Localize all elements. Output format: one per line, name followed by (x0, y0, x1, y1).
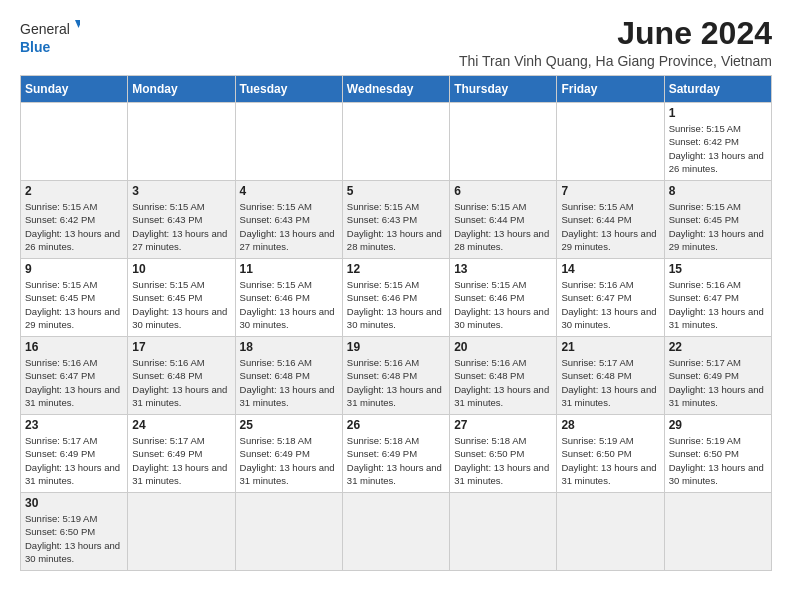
day-info: Sunrise: 5:18 AM Sunset: 6:49 PM Dayligh… (240, 434, 338, 487)
calendar-cell: 26Sunrise: 5:18 AM Sunset: 6:49 PM Dayli… (342, 415, 449, 493)
day-number: 9 (25, 262, 123, 276)
day-number: 2 (25, 184, 123, 198)
calendar-cell: 19Sunrise: 5:16 AM Sunset: 6:48 PM Dayli… (342, 337, 449, 415)
day-info: Sunrise: 5:17 AM Sunset: 6:49 PM Dayligh… (132, 434, 230, 487)
day-number: 29 (669, 418, 767, 432)
calendar-cell (342, 493, 449, 571)
calendar-cell (21, 103, 128, 181)
day-info: Sunrise: 5:15 AM Sunset: 6:43 PM Dayligh… (347, 200, 445, 253)
day-number: 3 (132, 184, 230, 198)
day-info: Sunrise: 5:15 AM Sunset: 6:46 PM Dayligh… (347, 278, 445, 331)
day-info: Sunrise: 5:19 AM Sunset: 6:50 PM Dayligh… (561, 434, 659, 487)
weekday-header-friday: Friday (557, 76, 664, 103)
calendar-cell: 3Sunrise: 5:15 AM Sunset: 6:43 PM Daylig… (128, 181, 235, 259)
day-number: 4 (240, 184, 338, 198)
day-info: Sunrise: 5:15 AM Sunset: 6:43 PM Dayligh… (132, 200, 230, 253)
calendar-table: SundayMondayTuesdayWednesdayThursdayFrid… (20, 75, 772, 571)
calendar-cell: 21Sunrise: 5:17 AM Sunset: 6:48 PM Dayli… (557, 337, 664, 415)
calendar-cell: 30Sunrise: 5:19 AM Sunset: 6:50 PM Dayli… (21, 493, 128, 571)
calendar-cell: 10Sunrise: 5:15 AM Sunset: 6:45 PM Dayli… (128, 259, 235, 337)
day-info: Sunrise: 5:15 AM Sunset: 6:45 PM Dayligh… (132, 278, 230, 331)
day-number: 11 (240, 262, 338, 276)
page-header: General Blue June 2024 Thi Tran Vinh Qua… (20, 16, 772, 69)
day-number: 21 (561, 340, 659, 354)
svg-text:General: General (20, 21, 70, 37)
svg-text:Blue: Blue (20, 39, 51, 55)
day-info: Sunrise: 5:19 AM Sunset: 6:50 PM Dayligh… (669, 434, 767, 487)
day-number: 20 (454, 340, 552, 354)
day-number: 22 (669, 340, 767, 354)
week-row-3: 9Sunrise: 5:15 AM Sunset: 6:45 PM Daylig… (21, 259, 772, 337)
day-info: Sunrise: 5:15 AM Sunset: 6:45 PM Dayligh… (669, 200, 767, 253)
week-row-6: 30Sunrise: 5:19 AM Sunset: 6:50 PM Dayli… (21, 493, 772, 571)
logo: General Blue (20, 16, 80, 58)
calendar-cell (128, 493, 235, 571)
day-number: 13 (454, 262, 552, 276)
day-number: 25 (240, 418, 338, 432)
location-subtitle: Thi Tran Vinh Quang, Ha Giang Province, … (459, 53, 772, 69)
day-number: 6 (454, 184, 552, 198)
svg-marker-2 (75, 20, 80, 28)
week-row-5: 23Sunrise: 5:17 AM Sunset: 6:49 PM Dayli… (21, 415, 772, 493)
day-info: Sunrise: 5:15 AM Sunset: 6:44 PM Dayligh… (454, 200, 552, 253)
day-number: 26 (347, 418, 445, 432)
calendar-cell: 12Sunrise: 5:15 AM Sunset: 6:46 PM Dayli… (342, 259, 449, 337)
day-info: Sunrise: 5:17 AM Sunset: 6:49 PM Dayligh… (25, 434, 123, 487)
calendar-cell: 6Sunrise: 5:15 AM Sunset: 6:44 PM Daylig… (450, 181, 557, 259)
day-info: Sunrise: 5:15 AM Sunset: 6:42 PM Dayligh… (669, 122, 767, 175)
day-number: 8 (669, 184, 767, 198)
calendar-cell (664, 493, 771, 571)
calendar-cell: 7Sunrise: 5:15 AM Sunset: 6:44 PM Daylig… (557, 181, 664, 259)
day-info: Sunrise: 5:16 AM Sunset: 6:48 PM Dayligh… (132, 356, 230, 409)
day-info: Sunrise: 5:18 AM Sunset: 6:50 PM Dayligh… (454, 434, 552, 487)
day-info: Sunrise: 5:16 AM Sunset: 6:47 PM Dayligh… (561, 278, 659, 331)
weekday-header-wednesday: Wednesday (342, 76, 449, 103)
month-year-title: June 2024 (459, 16, 772, 51)
calendar-cell: 20Sunrise: 5:16 AM Sunset: 6:48 PM Dayli… (450, 337, 557, 415)
title-area: June 2024 Thi Tran Vinh Quang, Ha Giang … (459, 16, 772, 69)
calendar-cell: 27Sunrise: 5:18 AM Sunset: 6:50 PM Dayli… (450, 415, 557, 493)
calendar-cell: 28Sunrise: 5:19 AM Sunset: 6:50 PM Dayli… (557, 415, 664, 493)
calendar-cell (235, 493, 342, 571)
day-number: 15 (669, 262, 767, 276)
calendar-cell: 29Sunrise: 5:19 AM Sunset: 6:50 PM Dayli… (664, 415, 771, 493)
calendar-cell: 2Sunrise: 5:15 AM Sunset: 6:42 PM Daylig… (21, 181, 128, 259)
calendar-cell: 14Sunrise: 5:16 AM Sunset: 6:47 PM Dayli… (557, 259, 664, 337)
week-row-1: 1Sunrise: 5:15 AM Sunset: 6:42 PM Daylig… (21, 103, 772, 181)
day-info: Sunrise: 5:15 AM Sunset: 6:42 PM Dayligh… (25, 200, 123, 253)
week-row-2: 2Sunrise: 5:15 AM Sunset: 6:42 PM Daylig… (21, 181, 772, 259)
calendar-cell: 4Sunrise: 5:15 AM Sunset: 6:43 PM Daylig… (235, 181, 342, 259)
calendar-cell: 11Sunrise: 5:15 AM Sunset: 6:46 PM Dayli… (235, 259, 342, 337)
weekday-header-sunday: Sunday (21, 76, 128, 103)
day-number: 7 (561, 184, 659, 198)
day-info: Sunrise: 5:19 AM Sunset: 6:50 PM Dayligh… (25, 512, 123, 565)
day-number: 16 (25, 340, 123, 354)
day-info: Sunrise: 5:15 AM Sunset: 6:46 PM Dayligh… (240, 278, 338, 331)
calendar-cell (557, 103, 664, 181)
calendar-cell: 13Sunrise: 5:15 AM Sunset: 6:46 PM Dayli… (450, 259, 557, 337)
calendar-cell (128, 103, 235, 181)
day-number: 12 (347, 262, 445, 276)
calendar-cell (557, 493, 664, 571)
day-info: Sunrise: 5:15 AM Sunset: 6:43 PM Dayligh… (240, 200, 338, 253)
calendar-cell: 15Sunrise: 5:16 AM Sunset: 6:47 PM Dayli… (664, 259, 771, 337)
day-info: Sunrise: 5:18 AM Sunset: 6:49 PM Dayligh… (347, 434, 445, 487)
day-info: Sunrise: 5:16 AM Sunset: 6:47 PM Dayligh… (25, 356, 123, 409)
day-info: Sunrise: 5:15 AM Sunset: 6:45 PM Dayligh… (25, 278, 123, 331)
weekday-header-saturday: Saturday (664, 76, 771, 103)
day-number: 23 (25, 418, 123, 432)
day-number: 24 (132, 418, 230, 432)
calendar-cell (342, 103, 449, 181)
day-number: 28 (561, 418, 659, 432)
day-number: 30 (25, 496, 123, 510)
weekday-header-monday: Monday (128, 76, 235, 103)
calendar-cell: 5Sunrise: 5:15 AM Sunset: 6:43 PM Daylig… (342, 181, 449, 259)
calendar-cell: 8Sunrise: 5:15 AM Sunset: 6:45 PM Daylig… (664, 181, 771, 259)
logo-svg: General Blue (20, 16, 80, 58)
day-info: Sunrise: 5:16 AM Sunset: 6:48 PM Dayligh… (454, 356, 552, 409)
calendar-cell: 22Sunrise: 5:17 AM Sunset: 6:49 PM Dayli… (664, 337, 771, 415)
day-info: Sunrise: 5:17 AM Sunset: 6:48 PM Dayligh… (561, 356, 659, 409)
calendar-cell: 1Sunrise: 5:15 AM Sunset: 6:42 PM Daylig… (664, 103, 771, 181)
day-info: Sunrise: 5:16 AM Sunset: 6:48 PM Dayligh… (347, 356, 445, 409)
day-number: 18 (240, 340, 338, 354)
